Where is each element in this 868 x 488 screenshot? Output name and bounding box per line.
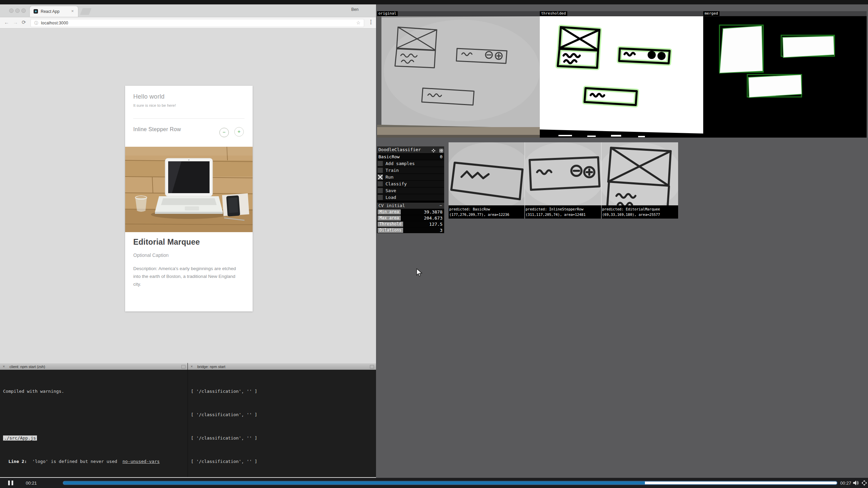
terminal-client-output: Compiled with warnings. ./src/App.js Lin… bbox=[0, 370, 188, 477]
thresholded-image bbox=[540, 16, 703, 138]
thresholded-window-titlebar[interactable]: thresholded bbox=[540, 11, 703, 16]
browser-tab-bar: React App × Ben bbox=[0, 4, 376, 17]
react-app-card: Hello world It sure is nice to be here! … bbox=[125, 86, 253, 311]
original-window-titlebar[interactable]: original bbox=[377, 11, 540, 16]
class-name: BasicRow bbox=[378, 154, 400, 160]
terminal-bridge-output: [ '/classification', '' ] [ '/classifica… bbox=[188, 370, 376, 477]
video-progress-bar[interactable] bbox=[63, 481, 837, 485]
cv-window-thresholded: thresholded bbox=[540, 11, 703, 138]
terminal-client: × client: npm start (zsh) Compiled with … bbox=[0, 363, 188, 477]
pause-button[interactable] bbox=[8, 481, 14, 485]
stepper-increment-button[interactable]: + bbox=[234, 127, 244, 137]
fullscreen-icon[interactable] bbox=[862, 480, 867, 486]
greeting-subtitle: It sure is nice to be here! bbox=[133, 103, 176, 107]
terminal-bridge-titlebar[interactable]: × bridge: npm start bbox=[188, 363, 376, 370]
bookmark-star-icon[interactable]: ☆ bbox=[356, 20, 360, 25]
button-save[interactable]: Save bbox=[377, 187, 444, 194]
terminal-settings-icon[interactable] bbox=[370, 365, 374, 369]
button-add-samples[interactable]: Add samples bbox=[377, 160, 444, 167]
prediction-label: predicted: EditorialMarquee (69,33,169,1… bbox=[601, 205, 678, 219]
letterbox-top bbox=[0, 0, 868, 4]
current-time: 00:21 bbox=[26, 481, 37, 486]
greeting-title: Hello world bbox=[133, 93, 164, 100]
desktop-background: original bbox=[376, 4, 868, 478]
video-progress-played bbox=[63, 482, 645, 484]
marquee-caption: Optional Caption bbox=[133, 252, 169, 258]
slider-dilations[interactable]: Dilations 3 bbox=[377, 227, 444, 233]
original-window-title: original bbox=[377, 11, 398, 16]
window-minimize-button[interactable] bbox=[15, 8, 20, 13]
crop-basic-row: predicted: BasicRow (177,276,209,77), ar… bbox=[449, 142, 525, 219]
slider-min-area[interactable]: Min area 39.3878 bbox=[377, 209, 444, 215]
slider-max-area[interactable]: Max area 204.673 bbox=[377, 215, 444, 221]
collapse-icon[interactable]: − bbox=[439, 203, 442, 209]
forward-button[interactable]: → bbox=[13, 19, 18, 25]
button-load[interactable]: Load bbox=[377, 194, 444, 201]
back-button[interactable]: ← bbox=[4, 19, 9, 25]
refresh-button[interactable]: ⟳ bbox=[22, 19, 26, 25]
stepper-decrement-button[interactable]: − bbox=[219, 128, 229, 137]
classifier-panel-titlebar[interactable]: DoodleClassifier bbox=[377, 146, 444, 153]
laptop-photo bbox=[125, 147, 253, 232]
checkbox-train[interactable] bbox=[378, 168, 383, 173]
checkbox-classify[interactable] bbox=[378, 181, 383, 186]
browser-profile-name[interactable]: Ben bbox=[351, 7, 358, 12]
new-tab-button[interactable] bbox=[80, 8, 92, 15]
tab-close-icon[interactable]: × bbox=[71, 8, 74, 14]
button-train[interactable]: Train bbox=[377, 167, 444, 174]
original-webcam-image bbox=[377, 16, 540, 138]
browser-menu-icon[interactable]: ⋮ bbox=[368, 19, 374, 25]
window-zoom-button[interactable] bbox=[21, 8, 26, 13]
volume-icon[interactable] bbox=[853, 481, 859, 485]
prediction-label: predicted: InlineStepperRow (311,117,205… bbox=[525, 205, 601, 219]
checkmark-x-icon bbox=[378, 175, 383, 180]
stepper-label: Inline Stepper Row bbox=[133, 126, 181, 133]
tab-title: React App bbox=[41, 9, 59, 14]
merged-window-titlebar[interactable]: merged bbox=[703, 11, 867, 16]
panel-grid-icon[interactable] bbox=[439, 149, 443, 152]
checkbox-add-samples[interactable] bbox=[378, 161, 383, 166]
crop-editorial-marquee: predicted: EditorialMarquee (69,33,169,1… bbox=[601, 142, 678, 219]
marquee-title: Editorial Marquee bbox=[133, 238, 200, 247]
prediction-label: predicted: BasicRow (177,276,209,77), ar… bbox=[449, 205, 525, 219]
doodle-classifier-panel: DoodleClassifier BasicRow bbox=[377, 146, 444, 233]
merged-image bbox=[703, 16, 867, 138]
terminal-close-icon[interactable]: × bbox=[3, 364, 5, 368]
site-info-icon[interactable]: ⓘ bbox=[34, 20, 38, 26]
panel-gear-icon[interactable] bbox=[432, 149, 435, 152]
slider-threshold[interactable]: Threshold 127.5 bbox=[377, 221, 444, 227]
warning-file-path: ./src/App.js bbox=[3, 435, 37, 441]
class-count: 0 bbox=[440, 154, 442, 160]
checkbox-run-checked[interactable] bbox=[378, 175, 383, 180]
address-bar[interactable]: ⓘ localhost:3000 ☆ bbox=[31, 19, 364, 27]
window-close-button[interactable] bbox=[9, 8, 14, 13]
url-text: localhost:3000 bbox=[41, 21, 68, 25]
checkbox-save[interactable] bbox=[378, 188, 383, 193]
button-classify[interactable]: Classify bbox=[377, 181, 444, 187]
thresholded-window-title: thresholded bbox=[540, 11, 567, 16]
browser-toolbar: ← → ⟳ ⓘ localhost:3000 ☆ ⋮ bbox=[0, 17, 376, 28]
terminal-settings-icon[interactable] bbox=[181, 365, 185, 369]
video-player-bar: 00:21 00:27 bbox=[0, 478, 868, 488]
video-frame: React App × Ben ← → ⟳ ⓘ localhost:3000 ☆… bbox=[0, 0, 868, 488]
crop-inline-stepper-row: predicted: InlineStepperRow (311,117,205… bbox=[525, 142, 601, 219]
marquee-description: Description: America's early beginnings … bbox=[133, 265, 240, 288]
duration-time: 00:27 bbox=[840, 481, 851, 486]
eslint-rule-link: no-unused-vars bbox=[122, 459, 160, 464]
terminal-client-title: client: npm start (zsh) bbox=[9, 365, 45, 369]
classifier-panel-title: DoodleClassifier bbox=[378, 147, 421, 152]
card-divider bbox=[133, 118, 244, 119]
button-run[interactable]: Run bbox=[377, 174, 444, 180]
browser-tab[interactable]: React App × bbox=[30, 6, 78, 17]
cv-window-merged: merged bbox=[703, 11, 867, 138]
merged-window-title: merged bbox=[703, 11, 719, 16]
cv-window-original: original bbox=[377, 11, 540, 138]
react-favicon-icon bbox=[34, 9, 38, 14]
terminal-bridge-title: bridge: npm start bbox=[197, 365, 225, 369]
cv-settings-header[interactable]: CV initial − bbox=[377, 203, 444, 209]
class-selector-row[interactable]: BasicRow 0 bbox=[377, 154, 444, 160]
checkbox-load[interactable] bbox=[378, 195, 383, 200]
terminal-bridge: × bridge: npm start [ '/classification',… bbox=[188, 363, 376, 477]
terminal-client-titlebar[interactable]: × client: npm start (zsh) bbox=[0, 363, 188, 370]
terminal-close-icon[interactable]: × bbox=[191, 364, 193, 368]
